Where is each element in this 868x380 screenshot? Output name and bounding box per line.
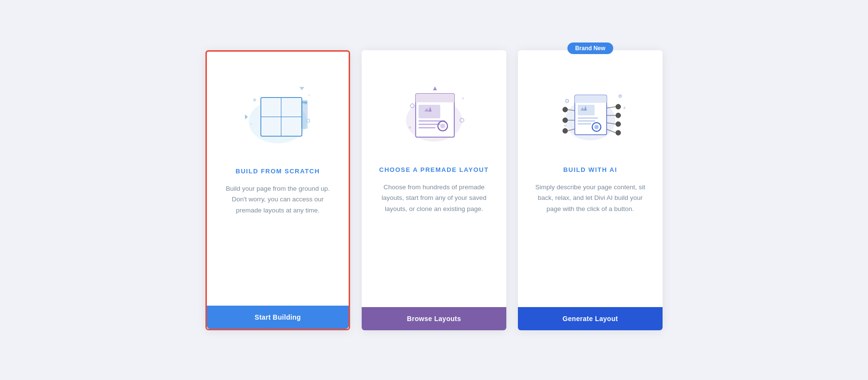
- svg-rect-14: [301, 100, 308, 129]
- svg-point-41: [563, 128, 568, 133]
- svg-marker-20: [433, 86, 437, 90]
- svg-point-35: [566, 99, 569, 102]
- svg-point-48: [616, 130, 621, 135]
- svg-point-45: [616, 104, 621, 109]
- svg-point-46: [616, 113, 621, 118]
- svg-rect-13: [282, 118, 300, 135]
- svg-point-1: [253, 99, 256, 101]
- svg-point-22: [462, 98, 464, 99]
- svg-point-36: [619, 95, 622, 97]
- svg-marker-6: [245, 114, 248, 119]
- svg-point-33: [440, 124, 445, 128]
- svg-rect-11: [282, 99, 300, 116]
- cards-container: BUILD FROM SCRATCH Build your page from …: [205, 50, 663, 330]
- premade-card-body: CHOOSE A PREMADE LAYOUT Choose from hund…: [362, 156, 506, 307]
- svg-rect-60: [578, 120, 595, 122]
- svg-point-21: [409, 126, 411, 128]
- svg-rect-59: [578, 117, 598, 119]
- ai-card-description: Simply describe your page content, sit b…: [531, 182, 649, 215]
- svg-rect-12: [262, 118, 280, 135]
- svg-point-47: [616, 122, 621, 127]
- scratch-card-body: BUILD FROM SCRATCH Build your page from …: [207, 158, 349, 306]
- browse-layouts-button[interactable]: Browse Layouts: [362, 307, 506, 330]
- svg-marker-5: [299, 87, 304, 90]
- svg-point-39: [563, 107, 568, 112]
- svg-rect-25: [416, 99, 454, 102]
- ai-card-body: BUILD WITH AI Simply describe your page …: [518, 156, 663, 307]
- svg-rect-55: [575, 100, 607, 103]
- svg-text:+: +: [623, 105, 626, 111]
- svg-point-63: [595, 125, 599, 129]
- start-building-button[interactable]: Start Building: [207, 306, 349, 329]
- scratch-illustration: [207, 52, 349, 158]
- scratch-card-title: BUILD FROM SCRATCH: [220, 168, 335, 175]
- svg-rect-30: [419, 124, 440, 125]
- svg-point-40: [563, 118, 568, 123]
- svg-rect-61: [578, 123, 591, 125]
- card-premade-layout[interactable]: CHOOSE A PREMADE LAYOUT Choose from hund…: [362, 50, 506, 330]
- svg-point-3: [308, 94, 310, 96]
- svg-rect-10: [262, 99, 280, 116]
- brand-new-badge: Brand New: [568, 42, 613, 54]
- card-build-from-scratch[interactable]: BUILD FROM SCRATCH Build your page from …: [205, 50, 350, 330]
- premade-card-title: CHOOSE A PREMADE LAYOUT: [375, 166, 493, 173]
- svg-point-4: [250, 123, 252, 125]
- ai-illustration: + +: [518, 50, 663, 156]
- svg-rect-31: [419, 127, 435, 128]
- premade-card-description: Choose from hundreds of premade layouts,…: [375, 182, 493, 215]
- svg-text:+: +: [564, 123, 567, 128]
- ai-card-title: BUILD WITH AI: [531, 166, 649, 173]
- premade-illustration: [362, 50, 506, 156]
- generate-layout-button[interactable]: Generate Layout: [518, 307, 663, 330]
- card-build-with-ai[interactable]: Brand New + +: [518, 50, 663, 330]
- scratch-card-description: Build your page from the ground up. Don'…: [220, 183, 335, 217]
- svg-rect-15: [301, 101, 307, 103]
